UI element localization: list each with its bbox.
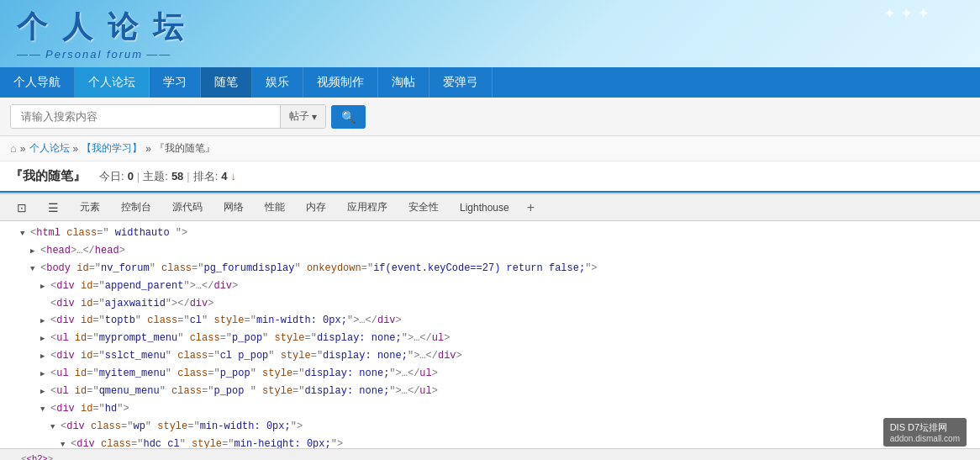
- devtools-tab-network[interactable]: 网络: [213, 194, 255, 220]
- site-header: ✦ ✦ ✦ 个 人 论 坛 Personal forum: [0, 0, 980, 67]
- rank-label: 排名:: [193, 169, 219, 184]
- expand-sslct[interactable]: [40, 348, 50, 364]
- topic-label: 主题:: [143, 169, 168, 184]
- breadcrumb-sep-2: »: [145, 143, 151, 155]
- nav-item-2[interactable]: 学习: [150, 67, 201, 98]
- devtools-pointer-icon[interactable]: ⊡: [7, 194, 38, 220]
- search-type-label: 帖子: [289, 109, 309, 124]
- breadcrumb-sep-1: »: [73, 143, 79, 155]
- code-line-qmenu[interactable]: <ul id="qmenu_menu" class="p_pop " style…: [0, 383, 980, 400]
- code-line-toptb[interactable]: <div id="toptb" class="cl" style="min-wi…: [0, 312, 980, 330]
- code-line-head[interactable]: <head>…</head>: [0, 242, 980, 260]
- devtools-tab-elements[interactable]: 元素: [70, 194, 111, 220]
- forum-title-bar: 『我的随笔』 今日: 0 | 主题: 58 | 排名: 4 ↓: [0, 161, 980, 193]
- devtools-add-tab[interactable]: +: [520, 200, 541, 215]
- nav-bar: 个人导航 个人论坛 学习 随笔 娱乐 视频制作 淘帖 爱弹弓: [0, 67, 980, 98]
- expand-myitem[interactable]: [40, 366, 50, 382]
- breadcrumb-link-0[interactable]: 个人论坛: [29, 141, 70, 156]
- watermark-text: DIS D7坛排网: [890, 421, 960, 434]
- home-icon[interactable]: ⌂: [10, 142, 17, 155]
- expand-head[interactable]: [30, 243, 40, 259]
- expand-body[interactable]: [30, 261, 40, 277]
- search-icon: 🔍: [341, 110, 356, 124]
- nav-item-3[interactable]: 随笔: [201, 67, 252, 98]
- expand-toptb[interactable]: [40, 313, 50, 329]
- bottom-breadcrumb: <<h2>>: [21, 453, 53, 461]
- breadcrumb-current: 『我的随笔』: [155, 141, 215, 156]
- devtools-tab-performance[interactable]: 性能: [255, 194, 296, 220]
- devtools-tab-lighthouse[interactable]: Lighthouse: [450, 194, 520, 220]
- code-line-html[interactable]: <html class=" widthauto ">: [0, 225, 980, 242]
- nav-item-1[interactable]: 个人论坛: [75, 67, 150, 98]
- nav-item-7[interactable]: 爱弹弓: [429, 67, 493, 98]
- expand-wp[interactable]: [50, 419, 61, 435]
- code-line-wp[interactable]: <div class="wp" style="min-width: 0px;">: [0, 418, 980, 436]
- devtools-tab-security[interactable]: 安全性: [398, 194, 450, 220]
- search-bar: 帖子 ▾ 🔍: [0, 98, 980, 136]
- site-subtitle: Personal forum: [17, 48, 187, 61]
- search-type-arrow: ▾: [312, 111, 317, 123]
- search-type-button[interactable]: 帖子 ▾: [280, 105, 325, 128]
- devtools-panel: ⊡ ☰ 元素 控制台 源代码 网络 性能 内存 应用程序 安全性 Lightho…: [0, 193, 980, 460]
- site-title-cn: 个 人 论 坛: [17, 7, 187, 48]
- code-line-append[interactable]: <div id="append_parent">…</div>: [0, 278, 980, 295]
- site-title: 个 人 论 坛 Personal forum: [17, 7, 187, 61]
- search-input[interactable]: [11, 105, 280, 128]
- breadcrumb-sep-0: »: [20, 143, 26, 155]
- devtools-tab-memory[interactable]: 内存: [296, 194, 337, 220]
- expand-hd[interactable]: [40, 401, 50, 417]
- today-label: 今日:: [99, 169, 124, 184]
- forum-stats: 今日: 0 | 主题: 58 | 排名: 4 ↓: [99, 169, 236, 184]
- code-line-sslct[interactable]: <div id="sslct_menu" class="cl p_pop" st…: [0, 347, 980, 365]
- rank-arrow: ↓: [231, 170, 237, 182]
- devtools-tab-application[interactable]: 应用程序: [337, 194, 398, 220]
- today-value: 0: [128, 170, 134, 182]
- bottom-dots: ...: [7, 453, 14, 461]
- nav-item-4[interactable]: 娱乐: [252, 67, 303, 98]
- code-line-hdc[interactable]: <div class="hdc cl" style="min-height: 0…: [0, 436, 980, 448]
- code-line-hd[interactable]: <div id="hd">: [0, 400, 980, 418]
- expand-html[interactable]: [20, 225, 30, 241]
- code-line-body[interactable]: <body id="nv_forum" class="pg_forumdispl…: [0, 260, 980, 278]
- breadcrumb-link-1[interactable]: 【我的学习】: [82, 141, 142, 156]
- expand-hdc[interactable]: [61, 436, 71, 448]
- devtools-bottom-bar: ... <<h2>>: [0, 448, 980, 460]
- nav-item-0[interactable]: 个人导航: [0, 67, 75, 98]
- code-line-ajax[interactable]: <div id="ajaxwaitid"></div>: [0, 295, 980, 312]
- page-container: ✦ ✦ ✦ 个 人 论 坛 Personal forum 个人导航 个人论坛 学…: [0, 0, 980, 460]
- expand-myprompt[interactable]: [40, 330, 50, 346]
- expand-append[interactable]: [40, 278, 50, 294]
- devtools-code-panel[interactable]: <html class=" widthauto "> <head>…</head…: [0, 221, 980, 448]
- rank-value: 4: [221, 170, 227, 182]
- devtools-tab-console[interactable]: 控制台: [111, 194, 162, 220]
- topic-value: 58: [171, 170, 183, 182]
- devtools-inspector-toggle[interactable]: ☰: [38, 194, 70, 220]
- nav-item-6[interactable]: 淘帖: [378, 67, 429, 98]
- breadcrumb: ⌂ » 个人论坛 » 【我的学习】 » 『我的随笔』: [0, 136, 980, 161]
- search-submit-button[interactable]: 🔍: [331, 105, 366, 129]
- watermark: DIS D7坛排网 addon.dismall.com: [883, 418, 967, 447]
- devtools-tab-sources[interactable]: 源代码: [162, 194, 213, 220]
- forum-title: 『我的随笔』: [10, 168, 86, 184]
- code-line-myitem[interactable]: <ul id="myitem_menu" class="p_pop" style…: [0, 365, 980, 383]
- expand-qmenu[interactable]: [40, 383, 50, 399]
- search-input-wrap: 帖子 ▾: [10, 104, 326, 129]
- watermark-subtext: addon.dismall.com: [890, 434, 960, 443]
- devtools-tab-bar: ⊡ ☰ 元素 控制台 源代码 网络 性能 内存 应用程序 安全性 Lightho…: [0, 194, 980, 221]
- header-stars: ✦ ✦ ✦: [883, 4, 930, 23]
- code-line-myprompt[interactable]: <ul id="myprompt_menu" class="p_pop" sty…: [0, 330, 980, 347]
- nav-item-5[interactable]: 视频制作: [303, 67, 378, 98]
